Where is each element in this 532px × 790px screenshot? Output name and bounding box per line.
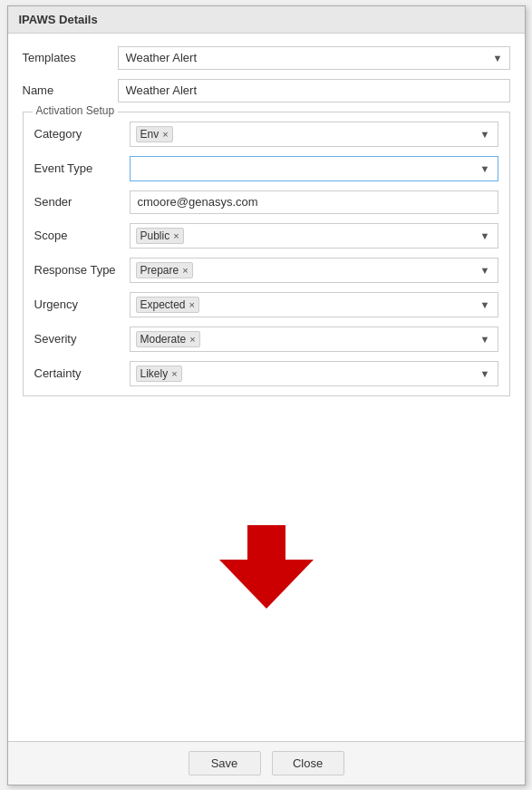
certainty-tag-remove[interactable]: ×	[171, 368, 177, 379]
category-select[interactable]: Env × ▼	[130, 122, 498, 147]
category-row: Category Env × ▼	[34, 122, 498, 147]
save-button[interactable]: Save	[189, 751, 261, 775]
sender-control	[130, 190, 498, 214]
down-arrow-icon	[219, 525, 314, 609]
category-tag-remove[interactable]: ×	[162, 129, 168, 140]
dialog-title: IPAWS Details	[8, 6, 525, 34]
severity-tag: Moderate ×	[136, 331, 200, 347]
dialog-footer: Save Close	[8, 741, 525, 785]
severity-arrow-icon: ▼	[480, 334, 490, 345]
response-type-select[interactable]: Prepare × ▼	[130, 258, 498, 283]
severity-control: Moderate × ▼	[130, 327, 498, 352]
close-button[interactable]: Close	[272, 751, 344, 775]
scope-control: Public × ▼	[130, 223, 498, 249]
event-type-control: ▼	[130, 156, 498, 181]
name-row: Name	[23, 79, 510, 102]
event-type-tag-input[interactable]	[136, 160, 472, 178]
scope-arrow-icon: ▼	[480, 230, 490, 241]
response-type-arrow-icon: ▼	[480, 265, 490, 276]
category-tag: Env ×	[136, 126, 173, 142]
response-type-tag-input[interactable]	[197, 261, 472, 279]
certainty-tag: Likely ×	[136, 366, 182, 382]
response-type-row: Response Type Prepare × ▼	[34, 258, 498, 283]
ipaws-dialog: IPAWS Details Templates Weather Alert ▼ …	[7, 5, 526, 785]
category-control: Env × ▼	[130, 122, 498, 147]
activation-legend: Activation Setup	[33, 104, 119, 117]
sender-input[interactable]	[130, 190, 498, 214]
arrow-section	[23, 405, 510, 728]
response-type-control: Prepare × ▼	[130, 258, 498, 283]
scope-tag-input[interactable]	[188, 227, 472, 245]
event-type-label: Event Type	[34, 161, 130, 175]
category-arrow-icon: ▼	[480, 129, 490, 140]
event-type-select[interactable]: ▼	[130, 156, 498, 181]
urgency-arrow-icon: ▼	[480, 299, 490, 310]
certainty-select[interactable]: Likely × ▼	[130, 361, 498, 386]
name-control	[118, 79, 510, 102]
sender-label: Sender	[34, 195, 130, 209]
activation-setup-box: Activation Setup Category Env × ▼	[23, 112, 510, 396]
templates-control: Weather Alert ▼	[118, 46, 510, 70]
certainty-arrow-icon: ▼	[480, 368, 490, 379]
severity-tag-remove[interactable]: ×	[189, 334, 195, 345]
urgency-tag: Expected ×	[136, 297, 199, 313]
response-type-label: Response Type	[34, 263, 130, 277]
templates-label: Templates	[23, 51, 118, 64]
templates-select[interactable]: Weather Alert	[118, 46, 510, 70]
severity-label: Severity	[34, 332, 130, 346]
scope-row: Scope Public × ▼	[34, 223, 498, 249]
name-input[interactable]	[118, 79, 510, 102]
response-type-tag: Prepare ×	[136, 262, 193, 278]
urgency-row: Urgency Expected × ▼	[34, 292, 498, 317]
category-tag-input[interactable]	[177, 125, 472, 143]
scope-label: Scope	[34, 229, 130, 242]
scope-tag-remove[interactable]: ×	[173, 230, 179, 241]
dialog-body: Templates Weather Alert ▼ Name Activatio…	[8, 34, 525, 741]
scope-select[interactable]: Public × ▼	[130, 223, 498, 249]
category-label: Category	[34, 127, 130, 141]
name-label: Name	[23, 83, 118, 97]
urgency-tag-remove[interactable]: ×	[189, 299, 195, 310]
event-type-arrow-icon: ▼	[480, 163, 490, 174]
sender-row: Sender	[34, 190, 498, 214]
certainty-control: Likely × ▼	[130, 361, 498, 386]
response-type-tag-remove[interactable]: ×	[182, 265, 188, 276]
templates-row: Templates Weather Alert ▼	[23, 46, 510, 70]
severity-tag-input[interactable]	[204, 330, 472, 348]
certainty-row: Certainty Likely × ▼	[34, 361, 498, 386]
urgency-label: Urgency	[34, 297, 130, 311]
event-type-row: Event Type ▼	[34, 156, 498, 181]
urgency-select[interactable]: Expected × ▼	[130, 292, 498, 317]
scope-tag: Public ×	[136, 228, 184, 244]
severity-select[interactable]: Moderate × ▼	[130, 327, 498, 352]
urgency-tag-input[interactable]	[203, 296, 472, 314]
urgency-control: Expected × ▼	[130, 292, 498, 317]
certainty-label: Certainty	[34, 366, 130, 380]
severity-row: Severity Moderate × ▼	[34, 327, 498, 352]
certainty-tag-input[interactable]	[186, 365, 472, 383]
